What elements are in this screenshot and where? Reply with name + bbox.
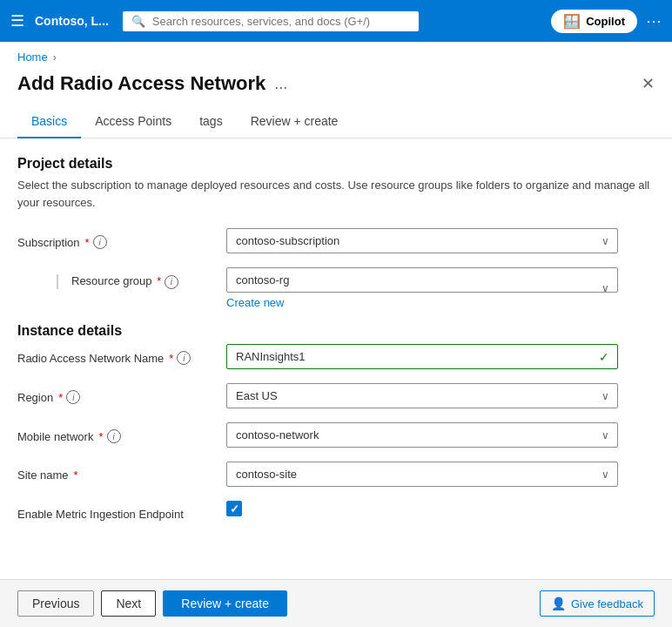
next-button[interactable]: Next — [101, 590, 156, 617]
subscription-label: Subscription * i — [17, 228, 226, 249]
nav-right: 🪟 Copilot ⋯ — [551, 10, 662, 33]
resource-group-label: Resource group * i — [17, 267, 226, 289]
search-bar[interactable]: 🔍 — [123, 11, 419, 31]
instance-details-title: Instance details — [17, 323, 655, 339]
mobile-network-dropdown[interactable]: contoso-network — [226, 422, 618, 448]
tab-basics[interactable]: Basics — [17, 105, 81, 138]
feedback-label: Give feedback — [571, 597, 643, 610]
region-input-wrap: East US ∨ — [226, 383, 618, 408]
copilot-icon: 🪟 — [563, 13, 581, 30]
create-new-link[interactable]: Create new — [226, 296, 618, 309]
footer: Previous Next Review + create 👤 Give fee… — [0, 579, 672, 627]
indent-line: Resource group * i — [57, 274, 178, 289]
site-name-input-wrap: contoso-site ∨ — [226, 462, 618, 487]
subscription-required: * — [85, 236, 90, 249]
page-title-row: Add Radio Access Network ... — [17, 72, 287, 95]
enable-metric-checkbox-wrap: ✓ — [226, 501, 242, 516]
enable-metric-checkbox[interactable]: ✓ — [226, 501, 242, 516]
project-details-desc: Select the subscription to manage deploy… — [17, 177, 655, 211]
mobile-network-required: * — [98, 430, 103, 443]
mobile-network-info-icon[interactable]: i — [107, 429, 121, 443]
enable-metric-row: Enable Metric Ingestion Endpoint ✓ — [17, 501, 655, 521]
review-create-button[interactable]: Review + create — [163, 590, 287, 617]
subscription-dropdown[interactable]: contoso-subscription — [226, 228, 618, 253]
hamburger-icon[interactable]: ☰ — [10, 11, 24, 30]
region-dropdown[interactable]: East US — [226, 383, 618, 408]
page-title-more-icon[interactable]: ... — [274, 75, 287, 93]
tab-review-create[interactable]: Review + create — [237, 105, 353, 138]
resource-group-dropdown[interactable]: contoso-rg — [226, 267, 618, 293]
top-nav: ☰ Contoso, L... 🔍 🪟 Copilot ⋯ — [0, 0, 672, 42]
region-required: * — [58, 391, 63, 404]
region-row: Region * i East US ∨ — [17, 383, 655, 408]
mobile-network-row: Mobile network * i contoso-network ∨ — [17, 422, 655, 448]
copilot-button[interactable]: 🪟 Copilot — [551, 10, 637, 33]
page-title: Add Radio Access Network — [17, 72, 265, 95]
tabs-bar: Basics Access Points tags Review + creat… — [0, 105, 672, 138]
brand-name: Contoso, L... — [35, 14, 109, 28]
resource-group-required: * — [157, 274, 161, 287]
breadcrumb: Home › — [0, 42, 672, 69]
breadcrumb-home[interactable]: Home — [17, 51, 48, 64]
site-name-label: Site name * — [17, 462, 226, 482]
tab-access-points[interactable]: Access Points — [81, 105, 185, 138]
region-label: Region * i — [17, 383, 226, 404]
subscription-input-wrap: contoso-subscription ∨ — [226, 228, 618, 253]
ran-name-required: * — [169, 352, 173, 365]
ran-name-info-icon[interactable]: i — [177, 351, 191, 365]
close-button[interactable]: ✕ — [642, 74, 655, 93]
ran-name-input-wrap: RANInsights1 ✓ — [226, 344, 618, 369]
resource-group-row: Resource group * i contoso-rg ∨ Create n… — [17, 267, 655, 309]
content-area: Home › Add Radio Access Network ... ✕ Ba… — [0, 42, 672, 579]
feedback-icon: 👤 — [551, 597, 566, 610]
mobile-network-label: Mobile network * i — [17, 422, 226, 443]
instance-details-section: Instance details — [17, 323, 655, 339]
mobile-network-input-wrap: contoso-network ∨ — [226, 422, 618, 448]
form-area: Project details Select the subscription … — [0, 138, 672, 579]
region-info-icon[interactable]: i — [66, 390, 80, 404]
resource-group-info-icon[interactable]: i — [165, 275, 178, 289]
previous-button[interactable]: Previous — [17, 590, 94, 617]
breadcrumb-separator: › — [53, 51, 57, 64]
site-name-row: Site name * contoso-site ∨ — [17, 462, 655, 487]
enable-metric-label: Enable Metric Ingestion Endpoint — [17, 501, 226, 521]
search-icon: 🔍 — [131, 15, 145, 28]
ran-name-row: Radio Access Network Name * i RANInsight… — [17, 344, 655, 369]
subscription-row: Subscription * i contoso-subscription ∨ — [17, 228, 655, 253]
project-details-title: Project details — [17, 156, 655, 172]
checkbox-check-icon: ✓ — [230, 502, 239, 516]
page-header: Add Radio Access Network ... ✕ — [0, 69, 672, 105]
nav-more-icon[interactable]: ⋯ — [646, 11, 662, 30]
resource-group-input-wrap: contoso-rg ∨ Create new — [226, 267, 618, 309]
give-feedback-button[interactable]: 👤 Give feedback — [540, 590, 655, 617]
tab-tags[interactable]: tags — [185, 105, 236, 138]
copilot-label: Copilot — [586, 15, 625, 28]
ran-name-dropdown[interactable]: RANInsights1 — [226, 344, 618, 369]
site-name-required: * — [74, 469, 78, 482]
search-input[interactable] — [152, 15, 410, 28]
subscription-info-icon[interactable]: i — [93, 235, 107, 249]
ran-name-label: Radio Access Network Name * i — [17, 344, 226, 365]
site-name-dropdown[interactable]: contoso-site — [226, 462, 618, 487]
